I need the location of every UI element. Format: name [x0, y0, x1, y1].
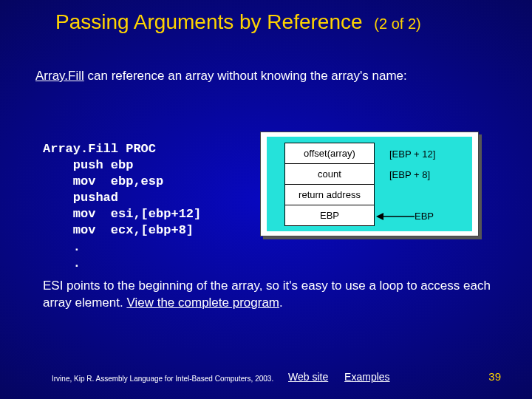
slide-number: 39: [488, 370, 501, 383]
stack-cell: count: [284, 163, 375, 184]
stack-annotation: [EBP + 12]: [389, 149, 435, 160]
footer-links: Web site Examples: [288, 371, 403, 383]
pointer-arrow-icon: [376, 211, 415, 222]
stack-cell: EBP: [284, 205, 375, 226]
stack-cells: offset(array) count return address EBP: [284, 143, 375, 226]
outro-post: .: [279, 296, 283, 310]
examples-link[interactable]: Examples: [344, 371, 389, 383]
title-sub: (2 of 2): [374, 16, 420, 32]
view-program-link[interactable]: View the complete program: [126, 296, 279, 310]
title-main: Passing Arguments by Reference: [55, 10, 363, 33]
website-link[interactable]: Web site: [288, 371, 328, 383]
stack-diagram-bg: offset(array) count return address EBP […: [267, 137, 472, 231]
outro-text: ESI points to the beginning of the array…: [43, 278, 497, 312]
stack-diagram: offset(array) count return address EBP […: [260, 132, 479, 236]
stack-annotation: [EBP + 8]: [389, 169, 430, 180]
svg-marker-1: [376, 213, 383, 220]
code-block: Array.Fill PROC push ebp mov ebp,esp pus…: [43, 141, 201, 272]
intro-text: Array.Fill can reference an array withou…: [35, 68, 497, 85]
intro-rest: can reference an array without knowing t…: [84, 69, 407, 83]
slide-title: Passing Arguments by Reference (2 of 2): [55, 10, 502, 34]
intro-procname: Array.Fill: [35, 69, 84, 83]
footer-citation: Irvine, Kip R. Assembly Language for Int…: [52, 375, 273, 383]
stack-cell: return address: [284, 184, 375, 205]
stack-pointer-label: EBP: [415, 211, 434, 222]
stack-cell: offset(array): [284, 143, 375, 163]
